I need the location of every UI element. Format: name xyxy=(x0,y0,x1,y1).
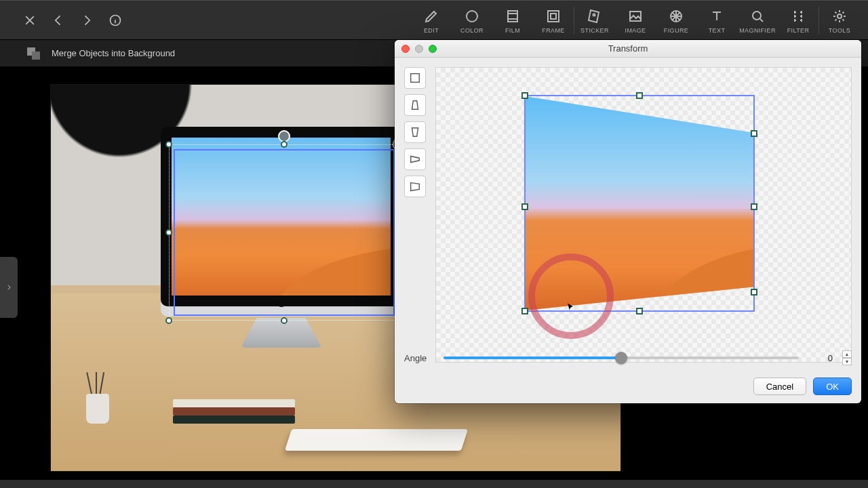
tool-shelf: EDIT COLOR FILM FRAME STICKER IMAGE FIGU… xyxy=(411,1,860,39)
preview-bounding-box[interactable] xyxy=(524,95,755,312)
angle-value[interactable]: 0 xyxy=(807,353,834,363)
preview-image xyxy=(526,96,753,310)
merge-objects-icon xyxy=(27,47,42,60)
tool-frame-label: FRAME xyxy=(542,27,565,34)
tool-film-label: FILM xyxy=(505,27,520,34)
preview-handle-tm[interactable] xyxy=(636,92,643,99)
ok-button[interactable]: OK xyxy=(813,378,852,395)
tool-edit-label: EDIT xyxy=(424,27,439,34)
tool-filter[interactable]: FILTER xyxy=(778,1,818,41)
tool-frame[interactable]: FRAME xyxy=(533,1,574,41)
tool-color-label: COLOR xyxy=(460,27,484,34)
left-panel-expand-handle[interactable] xyxy=(0,257,18,318)
status-bar xyxy=(0,480,868,488)
preview-handle-mr[interactable] xyxy=(751,203,757,210)
tool-text-label: TEXT xyxy=(709,27,726,34)
tool-figure[interactable]: FIGURE xyxy=(656,1,696,41)
dialog-titlebar[interactable]: Transform xyxy=(395,40,861,58)
nav-back-icon[interactable] xyxy=(50,12,66,28)
tool-tools[interactable]: TOOLS xyxy=(819,1,860,41)
preview-handle-ml[interactable] xyxy=(521,203,528,210)
tool-filter-label: FILTER xyxy=(787,27,810,34)
svg-rect-6 xyxy=(630,12,641,21)
svg-rect-10 xyxy=(411,74,420,83)
angle-slider-thumb[interactable] xyxy=(615,352,627,364)
cancel-button[interactable]: Cancel xyxy=(753,378,806,395)
transform-mode-perspective-vertical-icon[interactable] xyxy=(404,94,426,116)
transform-preview[interactable] xyxy=(435,67,852,363)
tool-image-label: IMAGE xyxy=(625,27,646,34)
preview-handle-bl[interactable] xyxy=(521,308,528,314)
tool-sticker[interactable]: STICKER xyxy=(574,1,615,41)
svg-point-8 xyxy=(753,12,761,20)
svg-rect-4 xyxy=(551,14,556,19)
transform-dialog: Transform xyxy=(395,40,861,403)
preview-handle-br[interactable] xyxy=(751,289,757,296)
photo-pencil-cup xyxy=(78,376,119,424)
preview-handle-tr[interactable] xyxy=(751,130,757,137)
tool-edit[interactable]: EDIT xyxy=(411,1,452,41)
svg-point-1 xyxy=(467,11,477,22)
angle-stepper[interactable]: ▲ ▼ xyxy=(842,350,852,365)
main-toolbar: EDIT COLOR FILM FRAME STICKER IMAGE FIGU… xyxy=(0,0,868,40)
tool-image[interactable]: IMAGE xyxy=(615,1,656,41)
merge-objects-button[interactable]: Merge Objects into Background xyxy=(52,48,175,58)
preview-handle-bm[interactable] xyxy=(636,308,643,314)
tool-figure-label: FIGURE xyxy=(664,27,688,34)
tool-film[interactable]: FILM xyxy=(492,1,533,41)
angle-stepper-down-icon[interactable]: ▼ xyxy=(842,358,852,365)
tool-magnifier[interactable]: MAGNIFIER xyxy=(737,1,778,41)
photo-books xyxy=(173,396,295,424)
svg-point-9 xyxy=(837,14,842,18)
tool-tools-label: TOOLS xyxy=(829,27,850,34)
svg-rect-2 xyxy=(508,11,517,22)
tool-magnifier-label: MAGNIFIER xyxy=(739,27,776,34)
window-minimize-icon[interactable] xyxy=(415,45,423,53)
preview-handle-tl[interactable] xyxy=(521,92,528,99)
transform-mode-list xyxy=(404,67,426,363)
tool-sticker-label: STICKER xyxy=(580,27,609,34)
svg-point-5 xyxy=(593,14,595,16)
nav-forward-icon[interactable] xyxy=(79,12,95,28)
transform-mode-scale-icon[interactable] xyxy=(404,67,426,89)
angle-label: Angle xyxy=(404,353,435,363)
transform-mode-free-icon[interactable] xyxy=(404,176,426,197)
tool-text[interactable]: TEXT xyxy=(696,1,737,41)
dialog-title: Transform xyxy=(395,43,861,54)
photo-keyboard xyxy=(285,429,468,451)
close-icon[interactable] xyxy=(22,12,38,28)
svg-rect-3 xyxy=(548,11,559,22)
angle-slider[interactable] xyxy=(443,357,799,359)
tool-color[interactable]: COLOR xyxy=(452,1,492,41)
window-close-icon[interactable] xyxy=(401,45,410,53)
transform-mode-perspective-horizontal-icon[interactable] xyxy=(404,121,426,143)
angle-stepper-up-icon[interactable]: ▲ xyxy=(842,350,852,358)
window-zoom-icon[interactable] xyxy=(429,45,437,53)
transform-mode-skew-icon[interactable] xyxy=(404,148,426,170)
photo-imac xyxy=(161,127,401,330)
info-icon[interactable] xyxy=(107,12,123,28)
angle-control: Angle 0 ▲ ▼ xyxy=(404,348,852,368)
